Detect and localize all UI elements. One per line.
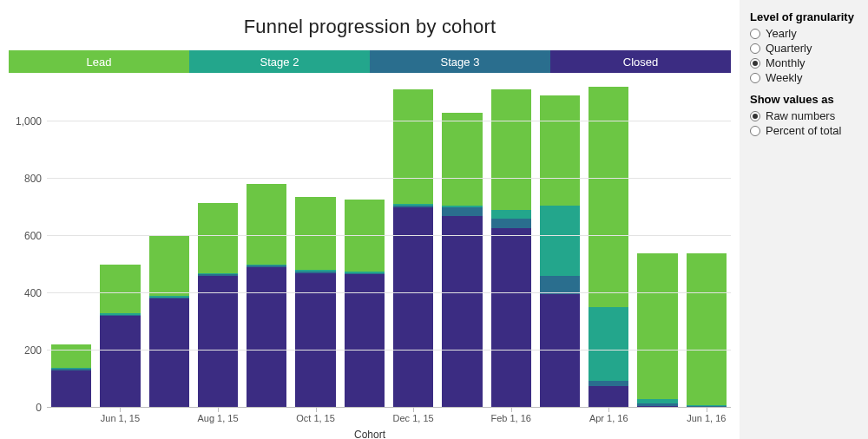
bar-segment [491,210,531,219]
legend-item[interactable]: Closed [550,50,731,73]
bar-slot [633,253,681,408]
bars-container [47,78,731,408]
radio-label: Raw numbers [766,109,835,122]
bar-slot [487,89,536,408]
x-tick-label: Jun 1, 15 [101,413,140,423]
y-tick-label: 200 [24,344,42,357]
radio-option[interactable]: Percent of total [750,124,859,137]
radio-option[interactable]: Yearly [750,27,859,40]
bar-segment [393,207,433,408]
y-tick-label: 400 [24,287,42,299]
bar-slot [682,253,731,408]
bar-segment [51,370,91,408]
radio-option[interactable]: Weekly [750,71,859,84]
legend-bar: LeadStage 2Stage 3Closed [9,50,731,73]
bar[interactable] [149,236,189,408]
x-tick-label: Aug 1, 15 [197,413,238,423]
x-tick [47,408,95,423]
x-tick-label: Dec 1, 15 [393,413,434,423]
bar[interactable] [491,89,531,408]
bar-segment [589,381,628,387]
x-tick: Jun 1, 16 [682,408,731,423]
legend-item[interactable]: Stage 2 [189,50,370,73]
bar-segment [491,219,531,229]
bar[interactable] [345,200,385,408]
bar-slot [291,197,339,408]
bar[interactable] [198,203,238,408]
bar-segment [345,200,385,272]
bar[interactable] [687,253,727,408]
bar-segment [51,344,91,367]
bar[interactable] [51,344,91,408]
bar-segment [491,89,531,210]
bar-segment [345,274,385,408]
y-axis: 02004006008001,000 [9,78,47,408]
bar[interactable] [295,197,335,408]
chart-panel: Funnel progression by cohort LeadStage 2… [0,0,740,439]
bar-slot [584,87,633,408]
bar[interactable] [100,265,140,408]
bar-segment [247,184,286,265]
x-tick: Feb 1, 16 [487,408,536,423]
grid-line [47,178,731,179]
x-axis: Jun 1, 15Aug 1, 15Oct 1, 15Dec 1, 15Feb … [47,408,731,423]
radio-label: Quarterly [766,42,812,55]
bar-segment [589,386,628,408]
radio-option[interactable]: Raw numbers [750,109,859,122]
radio-icon [750,43,760,54]
bar-segment [491,228,531,408]
radio-icon [750,29,760,39]
bar[interactable] [247,184,286,408]
radio-icon [750,126,760,136]
bar-segment [295,273,335,408]
bar-segment [100,265,140,313]
bar[interactable] [540,95,580,408]
bar-segment [637,253,677,400]
radio-icon [750,73,760,83]
legend-item[interactable]: Stage 3 [370,50,550,73]
x-axis-label: Cohort [9,429,731,439]
x-tick-label: Jun 1, 16 [687,413,726,423]
legend-item[interactable]: Lead [9,50,189,73]
y-tick-label: 1,000 [16,115,42,128]
side-panel: Level of granularity YearlyQuarterlyMont… [740,0,868,439]
bar[interactable] [637,253,677,408]
bar-segment [149,236,189,296]
radio-label: Weekly [766,71,802,84]
bar-slot [389,89,437,408]
bar-segment [295,197,335,270]
bar-slot [47,344,95,408]
x-tick: Dec 1, 15 [389,408,437,423]
x-tick [633,408,681,423]
grid-line [47,121,731,121]
radio-option[interactable]: Quarterly [750,42,859,55]
x-tick: Jun 1, 15 [95,408,144,423]
granularity-options: YearlyQuarterlyMonthlyWeekly [750,27,859,84]
bar-segment [247,267,286,408]
bar-slot [145,236,194,408]
radio-option[interactable]: Monthly [750,56,859,69]
bar-segment [442,207,482,216]
x-tick-label: Apr 1, 16 [589,413,628,423]
chart-title: Funnel progression by cohort [9,16,731,38]
x-tick: Oct 1, 15 [291,408,339,423]
bar-segment [687,253,727,405]
bar-slot [437,113,486,408]
bar[interactable] [442,113,482,408]
bar-segment [589,307,628,380]
bar-segment [198,203,238,273]
bar[interactable] [589,87,628,408]
radio-label: Monthly [766,56,806,69]
bar[interactable] [393,89,433,408]
bar-segment [198,276,238,408]
bar-segment [442,113,482,206]
y-tick-label: 600 [24,230,42,242]
x-tick [340,408,389,423]
valuesas-heading: Show values as [750,93,859,106]
plot-area [47,78,731,408]
x-tick [437,408,486,423]
bar-segment [442,216,482,408]
bar-segment [540,95,580,206]
plot-wrap: 02004006008001,000 [9,78,731,408]
grid-line [47,235,731,236]
